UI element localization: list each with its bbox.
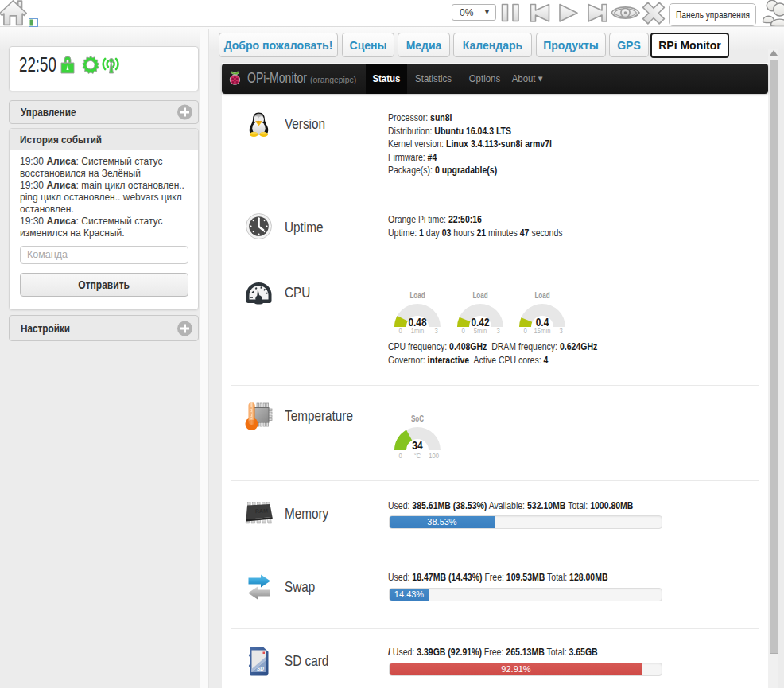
svg-text:SD: SD [257, 666, 264, 671]
svg-text:RAM: RAM [255, 508, 268, 515]
